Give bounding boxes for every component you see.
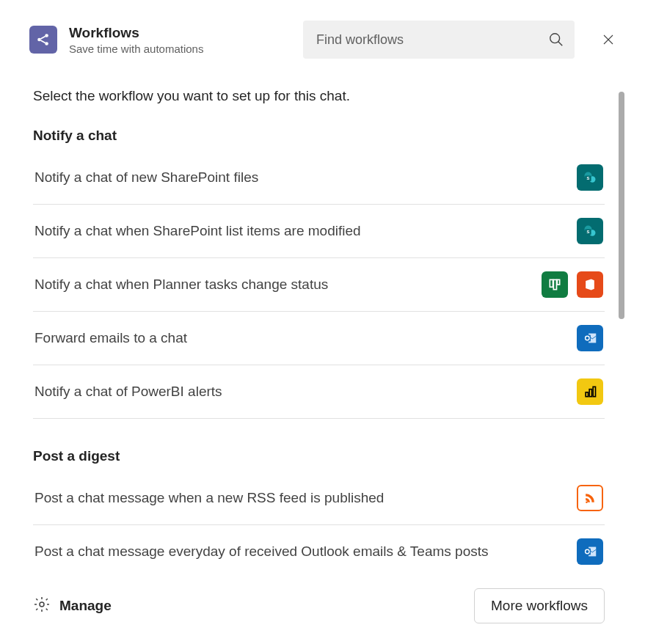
app-subtitle: Save time with automations bbox=[69, 43, 203, 55]
app-title: Workflows bbox=[69, 25, 203, 41]
workflow-label: Notify a chat when Planner tasks change … bbox=[34, 277, 328, 293]
svg-text:S: S bbox=[587, 176, 590, 180]
rss-icon bbox=[577, 485, 603, 511]
more-workflows-button[interactable]: More workflows bbox=[474, 588, 605, 623]
section-title: Notify a chat bbox=[33, 128, 605, 144]
workflow-label: Notify a chat of new SharePoint files bbox=[34, 169, 258, 186]
workflow-notify-sharepoint-files[interactable]: Notify a chat of new SharePoint files S bbox=[33, 151, 605, 205]
workflow-notify-sharepoint-list[interactable]: Notify a chat when SharePoint list items… bbox=[33, 205, 605, 258]
workflow-outlook-teams-digest[interactable]: Post a chat message everyday of received… bbox=[33, 525, 605, 578]
content-area: Select the workflow you want to set up f… bbox=[0, 59, 645, 578]
close-button[interactable] bbox=[601, 32, 616, 47]
title-block: Workflows Save time with automations bbox=[69, 25, 203, 55]
outlook-icon bbox=[577, 325, 603, 351]
workflow-icons bbox=[577, 378, 603, 405]
svg-text:S: S bbox=[587, 230, 590, 234]
workflow-rss-digest[interactable]: Post a chat message when a new RSS feed … bbox=[33, 472, 605, 525]
gear-icon bbox=[33, 596, 51, 617]
section-title: Post a digest bbox=[33, 448, 605, 464]
search-input[interactable] bbox=[303, 21, 575, 59]
manage-link[interactable]: Manage bbox=[33, 596, 112, 617]
office-icon bbox=[577, 271, 603, 298]
section-notify: Notify a chat Notify a chat of new Share… bbox=[33, 128, 605, 419]
workflow-label: Post a chat message when a new RSS feed … bbox=[34, 490, 384, 506]
svg-rect-15 bbox=[550, 279, 553, 287]
sharepoint-icon: S bbox=[577, 218, 603, 244]
svg-point-27 bbox=[40, 602, 44, 607]
workflow-icons bbox=[577, 325, 603, 351]
search-container bbox=[303, 21, 575, 59]
workflow-icons: S bbox=[577, 164, 603, 191]
dialog-header: Workflows Save time with automations bbox=[0, 0, 645, 59]
workflow-icons bbox=[577, 538, 603, 565]
svg-rect-17 bbox=[557, 279, 559, 285]
section-digest: Post a digest Post a chat message when a… bbox=[33, 448, 605, 578]
planner-icon bbox=[542, 271, 568, 298]
intro-text: Select the workflow you want to set up f… bbox=[33, 88, 605, 104]
workflow-icons: S bbox=[577, 218, 603, 244]
svg-rect-16 bbox=[553, 279, 556, 289]
workflow-icons bbox=[542, 271, 603, 298]
workflow-forward-emails[interactable]: Forward emails to a chat bbox=[33, 312, 605, 365]
workflow-icons bbox=[577, 485, 603, 511]
workflow-notify-powerbi[interactable]: Notify a chat of PowerBI alerts bbox=[33, 365, 605, 419]
workflows-app-icon bbox=[29, 26, 57, 54]
scrollbar-thumb[interactable] bbox=[619, 92, 624, 319]
workflow-label: Forward emails to a chat bbox=[34, 330, 187, 346]
svg-rect-22 bbox=[589, 389, 591, 397]
outlook-icon bbox=[577, 538, 603, 565]
workflow-label: Post a chat message everyday of received… bbox=[34, 544, 489, 560]
svg-rect-23 bbox=[593, 387, 595, 396]
dialog-footer: Manage More workflows bbox=[33, 588, 605, 623]
manage-label: Manage bbox=[59, 598, 112, 614]
workflow-label: Notify a chat when SharePoint list items… bbox=[34, 223, 361, 239]
svg-rect-21 bbox=[586, 392, 588, 397]
sharepoint-icon: S bbox=[577, 164, 603, 191]
workflow-notify-planner[interactable]: Notify a chat when Planner tasks change … bbox=[33, 258, 605, 312]
powerbi-icon bbox=[577, 378, 603, 405]
workflow-label: Notify a chat of PowerBI alerts bbox=[34, 384, 222, 400]
